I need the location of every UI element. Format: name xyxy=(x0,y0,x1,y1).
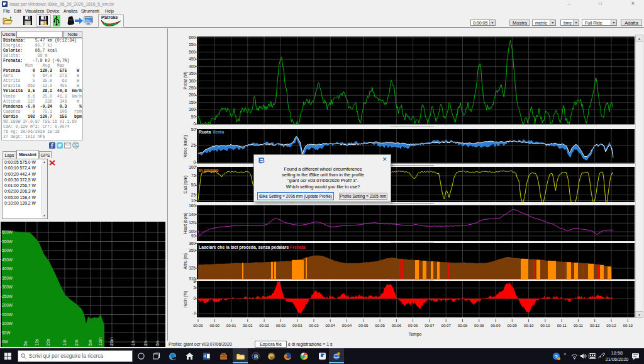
svg-text:8: 8 xyxy=(193,279,196,283)
svg-text:00:02: 00:02 xyxy=(276,323,286,327)
svg-text:00:03: 00:03 xyxy=(309,323,319,327)
svg-text:20m: 20m xyxy=(109,337,114,346)
svg-text:Tempo: Tempo xyxy=(409,332,422,337)
svg-text:Heart (bpm): Heart (bpm) xyxy=(183,213,188,234)
svg-text:00:04: 00:04 xyxy=(342,323,352,327)
svg-text:300W: 300W xyxy=(2,285,13,289)
svg-text:2h: 2h xyxy=(143,341,148,346)
svg-text:00:02: 00:02 xyxy=(259,323,269,327)
svg-text:550W: 550W xyxy=(2,239,13,244)
svg-text:Cad (rpm): Cad (rpm) xyxy=(183,176,188,193)
svg-text:00:13: 00:13 xyxy=(623,323,633,327)
svg-text:00:11: 00:11 xyxy=(574,323,584,327)
svg-text:Veloc (km/h): Veloc (km/h) xyxy=(183,135,188,157)
svg-text:1m: 1m xyxy=(62,339,67,346)
svg-text:250W: 250W xyxy=(2,294,13,299)
svg-text:50W: 50W xyxy=(2,331,11,335)
svg-text:140: 140 xyxy=(189,212,196,217)
svg-text:200W: 200W xyxy=(2,303,13,307)
svg-text:00:05: 00:05 xyxy=(358,323,369,327)
svg-text:600W: 600W xyxy=(2,230,13,234)
svg-text:00:01: 00:01 xyxy=(243,323,253,327)
svg-text:0W: 0W xyxy=(2,339,9,344)
svg-text:10: 10 xyxy=(191,198,196,203)
svg-text:350W: 350W xyxy=(2,276,13,280)
svg-text:0: 0 xyxy=(193,160,196,164)
svg-text:2m: 2m xyxy=(74,339,79,346)
svg-text:325: 325 xyxy=(189,266,196,270)
svg-text:5m: 5m xyxy=(88,339,92,346)
svg-text:160: 160 xyxy=(189,203,196,208)
svg-text:Altitu (m): Altitu (m) xyxy=(183,253,188,269)
svg-text:00:00: 00:00 xyxy=(193,323,203,327)
svg-text:350: 350 xyxy=(189,71,196,76)
svg-text:1h: 1h xyxy=(131,341,135,346)
svg-text:100: 100 xyxy=(189,165,196,169)
svg-text:5: 5 xyxy=(193,285,196,290)
svg-text:00:04: 00:04 xyxy=(325,323,335,327)
svg-text:25: 25 xyxy=(191,193,196,197)
svg-text:100W: 100W xyxy=(2,321,13,326)
svg-text:00:12: 00:12 xyxy=(606,323,616,327)
svg-text:5h: 5h xyxy=(155,341,160,346)
svg-text:5s: 5s xyxy=(23,341,28,346)
svg-text:75: 75 xyxy=(191,173,196,178)
svg-text:250: 250 xyxy=(189,86,196,90)
svg-text:00:12: 00:12 xyxy=(590,323,600,327)
svg-text:10s: 10s xyxy=(35,338,39,346)
svg-text:00:09: 00:09 xyxy=(491,323,501,327)
svg-text:500: 500 xyxy=(189,50,196,54)
svg-text:Potnz (W): Potnz (W) xyxy=(183,72,188,89)
svg-text:Ruota: Ruota xyxy=(199,130,211,134)
svg-text:0: 0 xyxy=(193,296,196,300)
svg-text:200: 200 xyxy=(189,93,196,97)
svg-text:Vento: Vento xyxy=(213,130,225,134)
svg-text:400: 400 xyxy=(189,64,196,69)
svg-text:360: 360 xyxy=(189,241,196,246)
svg-text:00:03: 00:03 xyxy=(292,323,303,327)
svg-text:25: 25 xyxy=(191,143,196,147)
svg-text:00:10: 00:10 xyxy=(524,323,534,327)
svg-text:600: 600 xyxy=(189,35,196,40)
svg-text:00:01: 00:01 xyxy=(226,323,236,327)
svg-text:00:07: 00:07 xyxy=(425,323,435,327)
svg-text:-7: -7 xyxy=(192,311,196,316)
svg-text:Inclin (%): Inclin (%) xyxy=(183,291,188,307)
svg-text:00:05: 00:05 xyxy=(375,323,385,327)
svg-text:100: 100 xyxy=(189,107,196,111)
svg-text:50: 50 xyxy=(191,183,196,187)
svg-text:550: 550 xyxy=(189,42,196,47)
svg-text:450: 450 xyxy=(189,57,196,61)
svg-text:150W: 150W xyxy=(2,312,13,317)
svg-text:0: 0 xyxy=(193,122,196,126)
svg-text:00:10: 00:10 xyxy=(540,323,550,327)
svg-text:90: 90 xyxy=(191,234,196,238)
svg-text:50: 50 xyxy=(191,115,196,119)
svg-text:500W: 500W xyxy=(2,248,13,253)
svg-text:00:06: 00:06 xyxy=(408,323,418,327)
svg-text:10m: 10m xyxy=(98,337,103,346)
svg-text:450W: 450W xyxy=(2,258,13,262)
svg-text:In gruppo: In gruppo xyxy=(199,168,218,173)
svg-text:120: 120 xyxy=(189,220,196,225)
svg-text:Lasciare che la bici proceda,: Lasciare che la bici proceda, senza peda… xyxy=(199,245,306,250)
svg-text:150: 150 xyxy=(189,100,196,105)
svg-text:00:00: 00:00 xyxy=(210,323,220,327)
svg-text:300: 300 xyxy=(189,79,196,83)
svg-text:00:06: 00:06 xyxy=(392,323,402,327)
svg-text:00:08: 00:08 xyxy=(474,323,484,327)
svg-text:00:09: 00:09 xyxy=(508,323,518,327)
svg-text:50: 50 xyxy=(191,127,196,132)
svg-text:400W: 400W xyxy=(2,266,13,271)
svg-text:20s: 20s xyxy=(46,338,50,346)
svg-text:00:11: 00:11 xyxy=(557,323,567,327)
svg-text:00:07: 00:07 xyxy=(441,323,451,327)
svg-text:4: 4 xyxy=(204,354,206,358)
svg-text:B: B xyxy=(254,353,258,360)
svg-text:00:08: 00:08 xyxy=(458,323,468,327)
svg-text:350: 350 xyxy=(189,248,196,253)
